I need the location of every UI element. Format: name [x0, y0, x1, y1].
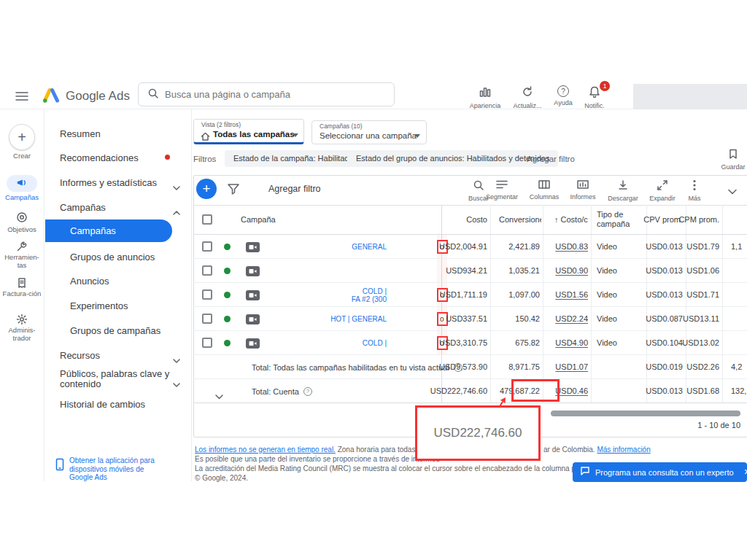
nav-item-grupos-campanas[interactable]: Grupos de campañas	[70, 325, 160, 336]
cpv-cell: USD0.104	[646, 331, 683, 355]
filter-chip-campaign-state[interactable]: Estado de la campaña: Habilitadas	[225, 150, 366, 167]
cpm-cell: USD13.11	[683, 307, 719, 331]
campaign-selector[interactable]: Campañas (10) Seleccionar una campaña	[311, 120, 427, 144]
header-cpm[interactable]: CPM prom.	[678, 205, 719, 235]
horizontal-scrollbar[interactable]	[551, 411, 740, 416]
nav-item-anuncios[interactable]: Anuncios	[70, 276, 109, 287]
search-input[interactable]	[165, 89, 376, 100]
filter-funnel-icon[interactable]	[227, 183, 240, 198]
rail-item-campaigns[interactable]	[7, 175, 37, 192]
cpm-cell: USD1.06	[686, 259, 719, 283]
toolbar-add-filter[interactable]: Agregar filtro	[268, 184, 321, 194]
total-cpv-cell: USD0.019	[646, 355, 683, 379]
rail-item-goals[interactable]	[0, 211, 44, 226]
close-icon[interactable]: ✕	[744, 467, 747, 477]
table-row[interactable]: COLD | o USD3,310.75 675.82 USD4.90 Vide…	[193, 331, 747, 355]
pagination-label: 1 - 10 de 10	[678, 421, 740, 429]
topbar: Google Ads Apariencia Actualiz... ? Ayud…	[0, 84, 747, 109]
nav-item-publicos[interactable]: Públicos, palabras clave y contenido	[60, 369, 180, 389]
chevron-down-icon[interactable]	[215, 389, 223, 402]
mobile-phone-icon	[55, 458, 64, 474]
header-cost-per-conv[interactable]: ↑ Costo/c	[554, 205, 588, 235]
table-header-row: Campaña Costo Conversione ↑ Costo/c Tipo…	[193, 205, 747, 235]
nav-item-informes[interactable]: Informes y estadísticas	[60, 177, 157, 188]
select-all-checkbox[interactable]	[202, 214, 212, 225]
row-checkbox[interactable]	[202, 314, 212, 324]
account-cost-per-conv-cell: USD0.46	[555, 379, 588, 403]
add-filter-link[interactable]: Agregar filtro	[527, 155, 575, 163]
report-chart-icon	[576, 179, 589, 191]
campaign-name-link[interactable]: COLD |FA #2 (300	[352, 283, 387, 307]
app-promo-link[interactable]: Obtener la aplicación para dispositivos …	[69, 456, 163, 482]
icon-rail: + Crear Campañas Objetivos Herramien-tas…	[0, 109, 44, 481]
campaign-name-link[interactable]: HOT | GENERAL	[330, 307, 387, 331]
footer-line3: La acreditación del Media Rating Council…	[195, 464, 610, 472]
header-campaign[interactable]: Campaña	[241, 205, 276, 235]
nav-item-recursos[interactable]: Recursos	[60, 350, 100, 361]
account-cpv-cell: USD0.013	[646, 379, 683, 403]
campaign-name-link[interactable]: COLD |	[363, 331, 387, 355]
info-icon[interactable]: ?	[303, 387, 312, 396]
refresh-button[interactable]: Actualiz...	[508, 85, 546, 109]
add-campaign-button[interactable]: +	[196, 179, 217, 199]
create-button[interactable]: +	[9, 124, 35, 150]
row-checkbox[interactable]	[202, 241, 212, 252]
more-button[interactable]: Más	[676, 179, 713, 202]
chevron-down-icon[interactable]	[173, 353, 180, 366]
chevron-down-icon[interactable]	[173, 377, 180, 390]
row-checkbox[interactable]	[202, 338, 212, 348]
view-selector[interactable]: Vista (2 filtros) Todas las campañas	[193, 119, 304, 144]
nav-item-historial[interactable]: Historial de cambios	[60, 399, 145, 410]
table-row[interactable]: GENERAL o USD2,004.91 2,421.89 USD0.83 V…	[193, 235, 747, 259]
conversions-cell: 675.82	[515, 331, 540, 355]
conversions-cell: 1,035.21	[508, 259, 540, 283]
nav-item-recomendaciones[interactable]: Recomendaciones	[60, 152, 139, 163]
row-checkbox[interactable]	[202, 265, 212, 276]
header-campaign-type[interactable]: Tipo de campaña	[597, 210, 637, 229]
chevron-down-icon	[293, 133, 298, 137]
cpv-cell: USD0.013	[646, 235, 683, 259]
table-row[interactable]: USD934.21 1,035.21 USD0.90 Video USD0.01…	[193, 259, 747, 283]
chevron-down-icon[interactable]	[173, 180, 180, 193]
cost-cell: USD934.21	[446, 259, 487, 283]
header-conversions[interactable]: Conversione	[499, 205, 541, 235]
save-view-button[interactable]: Guardar	[719, 148, 747, 171]
footer-more-info-link[interactable]: Más información	[597, 446, 650, 454]
download-button[interactable]: Descargar	[604, 179, 642, 202]
hamburger-menu-icon[interactable]	[15, 91, 28, 104]
expert-consult-button[interactable]: Programa una consulta con un experto ✕	[573, 462, 747, 482]
status-enabled-dot	[224, 340, 231, 346]
chevron-up-icon[interactable]	[173, 205, 180, 218]
nav-item-grupos-anuncios[interactable]: Grupos de anuncios	[70, 252, 155, 262]
columns-button[interactable]: Columnas	[525, 179, 563, 201]
video-campaign-icon	[246, 266, 260, 276]
nav-item-resumen[interactable]: Resumen	[60, 128, 101, 139]
cost-per-conv-cell: USD0.90	[555, 259, 588, 283]
appearance-button[interactable]: Apariencia	[466, 85, 504, 109]
nav-item-experimentos[interactable]: Experimentos	[70, 300, 128, 311]
status-enabled-dot	[224, 244, 231, 250]
app-title: Google Ads	[66, 89, 130, 104]
nav-item-campanas-selected[interactable]: Campañas	[45, 219, 172, 242]
rail-divider	[44, 109, 44, 481]
clipped-cell: 1,1	[731, 235, 742, 259]
header-cpv[interactable]: CPV prom.	[643, 205, 683, 235]
footer-realtime-link[interactable]: Los informes no se generan en tiempo rea…	[195, 446, 336, 454]
table-row[interactable]: COLD |FA #2 (300 o USD1,711.19 1,097.00 …	[193, 283, 747, 307]
segment-button[interactable]: Segmentar	[483, 179, 521, 201]
cpm-cell: USD1.71	[686, 283, 719, 307]
row-checkbox[interactable]	[202, 289, 212, 300]
nav-divider	[191, 109, 192, 481]
cost-cell: USD3,310.75	[439, 331, 487, 355]
header-cost[interactable]: Costo	[466, 205, 487, 235]
nav-item-campanas-parent[interactable]: Campañas	[60, 202, 106, 213]
reports-button[interactable]: Informes	[564, 179, 602, 201]
megaphone-icon	[16, 177, 28, 190]
conversions-cell: 1,097.00	[508, 283, 540, 307]
total-account-label: Total: Cuenta ?	[252, 379, 312, 403]
global-search-box[interactable]	[138, 82, 395, 106]
more-dots-icon	[692, 179, 697, 192]
table-row[interactable]: HOT | GENERAL o USD337.51 150.42 USD2.24…	[193, 307, 747, 331]
campaign-name-link[interactable]: GENERAL	[352, 235, 387, 259]
collapse-toolbar-chevron-icon[interactable]	[727, 184, 738, 198]
